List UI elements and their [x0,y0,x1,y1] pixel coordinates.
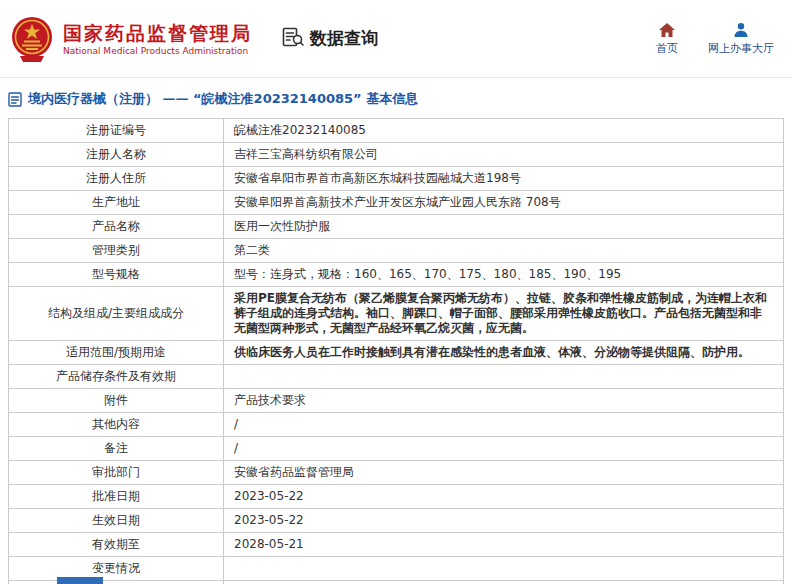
data-query-label: 数据查询 [310,27,378,50]
site-header: 国家药品监督管理局 National Medical Products Admi… [0,0,792,78]
row-label: 注册人名称 [9,143,224,167]
table-row: 注册人名称吉祥三宝高科纺织有限公司 [9,143,784,167]
org-name-cn: 国家药品监督管理局 [63,21,252,45]
row-label: 生效日期 [9,509,224,533]
row-label: 生产地址 [9,191,224,215]
breadcrumb-text: 境内医疗器械（注册） —— “皖械注准20232140085” 基本信息 [28,90,418,108]
row-label: 注 [9,581,224,584]
table-row: 批准日期2023-05-22 [9,485,784,509]
row-value: 医用一次性防护服 [224,215,784,239]
table-row: 结构及组成/主要组成成分采用PE膜复合无纺布（聚乙烯膜复合聚丙烯无纺布）、拉链、… [9,287,784,341]
nav-home[interactable]: 首页 [656,21,678,56]
row-value [224,557,784,581]
home-icon [658,21,676,38]
table-row: 产品储存条件及有效期 [9,365,784,389]
nav-hall-label: 网上办事大厅 [708,41,774,56]
row-value: 第二类 [224,239,784,263]
row-label: 型号规格 [9,263,224,287]
table-row: 审批部门安徽省药品监督管理局 [9,461,784,485]
row-value: 采用PE膜复合无纺布（聚乙烯膜复合聚丙烯无纺布）、拉链、胶条和弹性橡皮筋制成，为… [224,287,784,341]
row-label: 产品储存条件及有效期 [9,365,224,389]
row-value [224,365,784,389]
row-value: / [224,437,784,461]
table-row: 适用范围/预期用途供临床医务人员在工作时接触到具有潜在感染性的患者血液、体液、分… [9,341,784,365]
data-query-section[interactable]: 数据查询 [282,27,378,51]
table-row: 生效日期2023-05-22 [9,509,784,533]
table-row: 注册人住所安徽省阜阳市界首市高新区东城科技园融城大道198号 [9,167,784,191]
top-nav: 首页 网上办事大厅 [656,21,774,56]
org-names: 国家药品监督管理局 National Medical Products Admi… [63,21,252,57]
row-value: 2023-05-22 [224,485,784,509]
site-logo[interactable]: 国家药品监督管理局 National Medical Products Admi… [10,15,252,63]
row-label: 其他内容 [9,413,224,437]
table-row: 其他内容/ [9,413,784,437]
row-value: 2028-05-21 [224,533,784,557]
row-label: 管理类别 [9,239,224,263]
org-name-en: National Medical Products Administration [63,45,252,57]
row-label: 批准日期 [9,485,224,509]
row-value: 详情 [224,581,784,584]
row-value: 皖械注准20232140085 [224,119,784,143]
footer-partial [57,577,103,584]
nav-service-hall[interactable]: 网上办事大厅 [708,21,774,56]
row-label: 有效期至 [9,533,224,557]
data-query-icon [282,27,304,51]
row-value: / [224,413,784,437]
document-icon [8,92,22,107]
table-row: 生产地址安徽阜阳界首高新技术产业开发区东城产业园人民东路 708号 [9,191,784,215]
table-row: 注详情 [9,581,784,584]
info-table: 注册证编号皖械注准20232140085注册人名称吉祥三宝高科纺织有限公司注册人… [8,118,784,584]
table-row: 注册证编号皖械注准20232140085 [9,119,784,143]
row-value: 2023-05-22 [224,509,784,533]
row-value: 安徽省阜阳市界首市高新区东城科技园融城大道198号 [224,167,784,191]
table-row: 产品名称医用一次性防护服 [9,215,784,239]
page: 国家药品监督管理局 National Medical Products Admi… [0,0,792,584]
row-label: 适用范围/预期用途 [9,341,224,365]
row-value: 型号：连身式，规格：160、165、170、175、180、185、190、19… [224,263,784,287]
table-row: 备注/ [9,437,784,461]
row-value: 安徽省药品监督管理局 [224,461,784,485]
row-label: 结构及组成/主要组成成分 [9,287,224,341]
row-label: 审批部门 [9,461,224,485]
nav-home-label: 首页 [656,41,678,56]
table-row: 管理类别第二类 [9,239,784,263]
row-value: 供临床医务人员在工作时接触到具有潜在感染性的患者血液、体液、分泌物等提供阻隔、防… [224,341,784,365]
row-label: 产品名称 [9,215,224,239]
info-table-body: 注册证编号皖械注准20232140085注册人名称吉祥三宝高科纺织有限公司注册人… [9,119,784,584]
row-value: 产品技术要求 [224,389,784,413]
row-value: 安徽阜阳界首高新技术产业开发区东城产业园人民东路 708号 [224,191,784,215]
row-value: 吉祥三宝高科纺织有限公司 [224,143,784,167]
breadcrumb: 境内医疗器械（注册） —— “皖械注准20232140085” 基本信息 [0,78,792,116]
row-label: 附件 [9,389,224,413]
table-row: 变更情况 [9,557,784,581]
table-row: 附件产品技术要求 [9,389,784,413]
row-label: 注册证编号 [9,119,224,143]
person-icon [733,21,749,38]
national-emblem-icon [10,15,54,63]
row-label: 变更情况 [9,557,224,581]
table-row: 有效期至2028-05-21 [9,533,784,557]
table-row: 型号规格型号：连身式，规格：160、165、170、175、180、185、19… [9,263,784,287]
row-label: 注册人住所 [9,167,224,191]
row-label: 备注 [9,437,224,461]
